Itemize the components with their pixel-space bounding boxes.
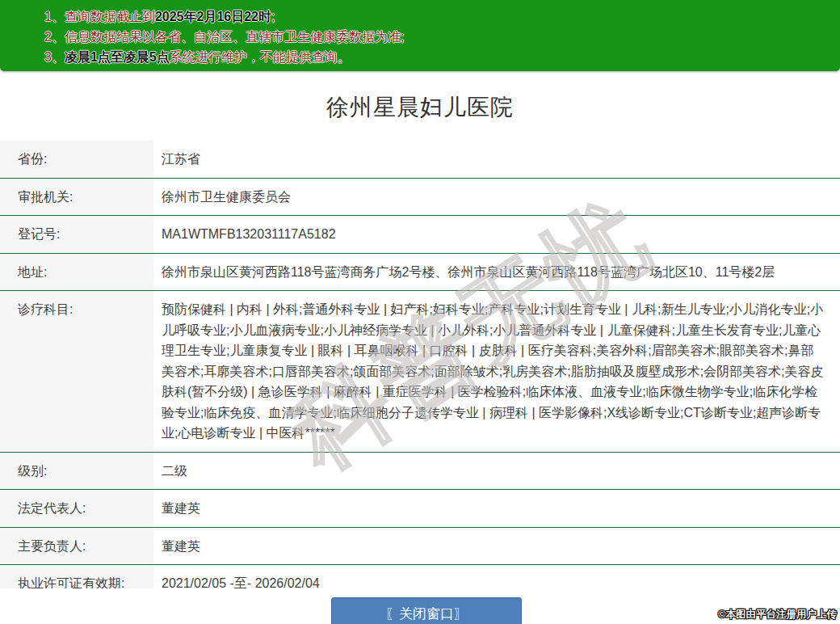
row-label: 地址: — [0, 254, 153, 291]
row-value: 江苏省 — [153, 141, 840, 178]
row-label: 级别: — [0, 453, 153, 490]
row-label: 诊疗科目: — [0, 291, 153, 452]
close-window-button[interactable]: 〖关闭窗口〗 — [331, 597, 522, 624]
row-label: 省份: — [0, 141, 153, 178]
row-label: 审批机关: — [0, 179, 153, 216]
table-row: 主要负责人:董建英 — [0, 528, 840, 566]
notice-item: 3、凌晨1点至凌晨5点系统进行维护，不能提供查询。 — [0, 47, 840, 67]
notice-list: 1、查询数据截止到2025年2月16日22时;2、信息数据结果以各省、自治区、直… — [0, 6, 840, 67]
table-row: 登记号:MA1WTMFB132031117A5182 — [0, 216, 840, 254]
table-row: 级别:二级 — [0, 453, 840, 491]
row-value: 徐州市卫生健康委员会 — [153, 179, 840, 216]
table-row: 省份:江苏省 — [0, 141, 840, 179]
row-value: 董建英 — [153, 490, 840, 527]
table-row: 审批机关:徐州市卫生健康委员会 — [0, 179, 840, 217]
row-value: 预防保健科 | 内科 | 外科;普通外科专业 | 妇产科;妇科专业;产科专业;计… — [153, 291, 840, 452]
table-row: 诊疗科目:预防保健科 | 内科 | 外科;普通外科专业 | 妇产科;妇科专业;产… — [0, 291, 840, 453]
table-row: 地址:徐州市泉山区黄河西路118号蓝湾商务广场2号楼、徐州市泉山区黄河西路118… — [0, 254, 840, 292]
image-credit: ©本图由平台注册用户上传 — [718, 608, 837, 622]
row-label: 主要负责人: — [0, 528, 153, 565]
row-label: 法定代表人: — [0, 490, 153, 527]
row-value: 董建英 — [153, 528, 840, 565]
table-row: 法定代表人:董建英 — [0, 490, 840, 528]
row-value: 二级 — [153, 453, 840, 490]
row-value: MA1WTMFB132031117A5182 — [153, 216, 840, 253]
notice-item: 1、查询数据截止到2025年2月16日22时; — [0, 6, 840, 27]
notice-item: 2、信息数据结果以各省、自治区、直辖市卫生健康委数据为准; — [0, 27, 840, 47]
info-table: 省份:江苏省审批机关:徐州市卫生健康委员会登记号:MA1WTMFB1320311… — [0, 141, 840, 603]
page-title: 徐州星晨妇儿医院 — [0, 92, 840, 123]
notice-banner: 1、查询数据截止到2025年2月16日22时;2、信息数据结果以各省、自治区、直… — [0, 0, 840, 71]
row-label: 登记号: — [0, 216, 153, 253]
query-result-page: 1、查询数据截止到2025年2月16日22时;2、信息数据结果以各省、自治区、直… — [0, 0, 840, 624]
row-value: 徐州市泉山区黄河西路118号蓝湾商务广场2号楼、徐州市泉山区黄河西路118号蓝湾… — [153, 254, 840, 291]
